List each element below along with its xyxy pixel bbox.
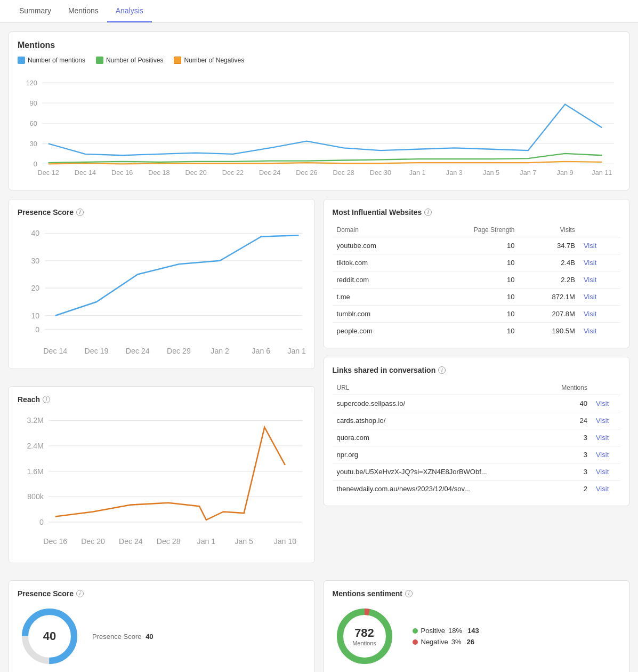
visit-link-button[interactable]: Visit (596, 417, 609, 425)
table-row: youtube.com 10 34.7B Visit (333, 237, 621, 254)
presence-donut-value: 40 (43, 629, 56, 643)
presence-donut-wrapper: 40 (18, 604, 82, 668)
top-navigation: Summary Mentions Analysis (0, 0, 638, 23)
cell-visit-link[interactable]: Visit (579, 305, 620, 322)
cell-url-visit[interactable]: Visit (592, 412, 620, 429)
svg-text:Dec 26: Dec 26 (296, 169, 317, 177)
visit-button[interactable]: Visit (584, 242, 596, 250)
legend-positives[interactable]: Number of Positives (96, 57, 163, 64)
table-row: tumblr.com 10 207.8M Visit (333, 305, 621, 322)
visit-link-button[interactable]: Visit (596, 468, 609, 476)
legend-mentions[interactable]: Number of mentions (18, 57, 85, 64)
tab-summary[interactable]: Summary (11, 0, 60, 22)
presence-score-chart-card: Presence Score i 40 30 20 10 0 (9, 199, 315, 369)
svg-text:Jan 1: Jan 1 (409, 169, 426, 177)
cell-visit-link[interactable]: Visit (579, 271, 620, 288)
cell-url-visit[interactable]: Visit (592, 429, 620, 446)
positive-dot (413, 628, 418, 634)
right-column: Most Influential Websites i Domain Page … (324, 199, 630, 572)
two-column-section: Presence Score i 40 30 20 10 0 (9, 199, 629, 572)
svg-text:1.6M: 1.6M (27, 467, 43, 476)
col-url: URL (333, 381, 546, 395)
cell-domain: people.com (333, 322, 425, 339)
svg-text:Jan 3: Jan 3 (446, 169, 463, 177)
svg-text:0: 0 (35, 325, 39, 333)
svg-text:Jan 6: Jan 6 (252, 346, 271, 355)
cell-url: thenewdaily.com.au/news/2023/12/04/sov..… (333, 480, 546, 497)
visit-button[interactable]: Visit (584, 259, 596, 267)
reach-info-icon[interactable]: i (43, 396, 50, 403)
cell-strength: 10 (424, 271, 519, 288)
legend-label-positives: Number of Positives (106, 57, 163, 64)
svg-text:Dec 14: Dec 14 (43, 346, 67, 355)
cell-visit-link[interactable]: Visit (579, 254, 620, 271)
cell-url: supercode.sellpass.io/ (333, 395, 546, 412)
cell-visits: 207.8M (519, 305, 579, 322)
visit-button[interactable]: Visit (584, 276, 596, 284)
col-action (579, 223, 620, 237)
visit-link-button[interactable]: Visit (596, 451, 609, 459)
svg-text:Dec 29: Dec 29 (167, 346, 191, 355)
presence-score-chart-title: Presence Score i (18, 208, 306, 217)
cell-visit-link[interactable]: Visit (579, 322, 620, 339)
sentiment-legend: Positive 18% 143 Negative 3% 26 (413, 627, 479, 646)
cell-visits: 2.4B (519, 254, 579, 271)
cell-url-mentions: 3 (545, 446, 592, 463)
svg-text:Dec 14: Dec 14 (75, 169, 96, 177)
visit-button[interactable]: Visit (584, 327, 596, 335)
presence-donut-center: 40 (43, 629, 56, 643)
sentiment-donut-wrapper: 782 Mentions (333, 604, 397, 668)
cell-url-visit[interactable]: Visit (592, 446, 620, 463)
svg-text:Jan 9: Jan 9 (557, 169, 574, 177)
visit-link-button[interactable]: Visit (596, 399, 609, 407)
svg-text:Dec 18: Dec 18 (148, 169, 169, 177)
cell-domain: tumblr.com (333, 305, 425, 322)
table-row: reddit.com 10 2.2B Visit (333, 271, 621, 288)
presence-score-info: Presence Score 40 (92, 633, 154, 641)
mentions-sentiment-info-icon[interactable]: i (405, 590, 413, 597)
svg-text:Jan 2: Jan 2 (211, 346, 229, 355)
svg-text:Dec 24: Dec 24 (126, 346, 150, 355)
tab-analysis[interactable]: Analysis (107, 0, 152, 22)
most-influential-title: Most Influential Websites i (333, 208, 621, 217)
visit-button[interactable]: Visit (584, 293, 596, 301)
visit-link-button[interactable]: Visit (596, 434, 609, 442)
links-shared-title: Links shared in conversation i (333, 366, 621, 374)
tab-mentions[interactable]: Mentions (60, 0, 107, 22)
svg-text:Jan 5: Jan 5 (235, 537, 253, 546)
svg-text:2.4M: 2.4M (27, 442, 43, 450)
list-item: supercode.sellpass.io/ 40 Visit (333, 395, 621, 412)
svg-text:Jan 11: Jan 11 (592, 169, 612, 177)
cell-visit-link[interactable]: Visit (579, 288, 620, 305)
cell-url-mentions: 3 (545, 463, 592, 480)
most-influential-info-icon[interactable]: i (424, 209, 432, 216)
presence-score-bottom-card: Presence Score i 40 Presence Scor (9, 580, 315, 672)
mentions-chart-card: Mentions Number of mentions Number of Po… (9, 31, 629, 190)
svg-text:Dec 22: Dec 22 (222, 169, 244, 177)
left-column: Presence Score i 40 30 20 10 0 (9, 199, 315, 572)
cell-url-visit[interactable]: Visit (592, 395, 620, 412)
legend-negatives[interactable]: Number of Negatives (174, 57, 244, 64)
svg-text:Dec 20: Dec 20 (185, 169, 207, 177)
visit-button[interactable]: Visit (584, 310, 596, 318)
sentiment-total-label: Mentions (352, 640, 376, 646)
presence-score-bottom-info-icon[interactable]: i (76, 590, 84, 597)
presence-score-info-icon[interactable]: i (76, 209, 84, 216)
legend-checkbox-orange (174, 57, 181, 64)
cell-url-visit[interactable]: Visit (592, 480, 620, 497)
col-domain: Domain (333, 223, 425, 237)
svg-text:Dec 20: Dec 20 (81, 537, 105, 546)
sentiment-donut-center: 782 Mentions (352, 626, 376, 646)
cell-visit-link[interactable]: Visit (579, 237, 620, 254)
sentiment-positive-row: Positive 18% 143 (413, 627, 479, 635)
svg-text:0: 0 (34, 161, 37, 168)
sentiment-negative-label: Negative (421, 638, 448, 646)
sentiment-negative-row: Negative 3% 26 (413, 638, 479, 646)
svg-text:Dec 12: Dec 12 (38, 169, 59, 177)
visit-link-button[interactable]: Visit (596, 485, 609, 493)
cell-url-visit[interactable]: Visit (592, 463, 620, 480)
table-row: t.me 10 872.1M Visit (333, 288, 621, 305)
links-shared-info-icon[interactable]: i (438, 366, 446, 374)
svg-text:30: 30 (30, 140, 37, 148)
svg-text:Dec 28: Dec 28 (157, 537, 181, 546)
